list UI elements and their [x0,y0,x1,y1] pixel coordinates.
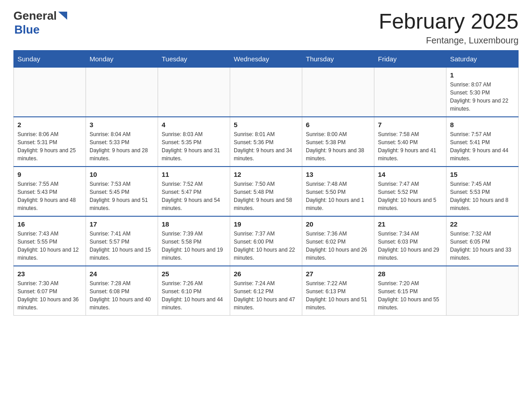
day-info: Sunrise: 7:41 AMSunset: 5:57 PMDaylight:… [90,230,154,262]
day-info: Sunrise: 7:24 AMSunset: 6:12 PMDaylight:… [234,279,298,312]
calendar-cell: 10Sunrise: 7:53 AMSunset: 5:45 PMDayligh… [86,167,158,216]
calendar-cell: 11Sunrise: 7:52 AMSunset: 5:47 PMDayligh… [158,167,230,216]
day-info: Sunrise: 7:47 AMSunset: 5:52 PMDaylight:… [378,180,442,212]
day-number: 14 [378,171,442,178]
day-number: 7 [378,121,442,128]
day-info: Sunrise: 7:28 AMSunset: 6:08 PMDaylight:… [90,279,154,312]
calendar-cell [86,68,158,117]
day-number: 15 [450,171,515,178]
day-info: Sunrise: 7:34 AMSunset: 6:03 PMDaylight:… [378,230,442,262]
day-info: Sunrise: 8:04 AMSunset: 5:33 PMDaylight:… [90,130,154,163]
calendar-cell: 16Sunrise: 7:43 AMSunset: 5:55 PMDayligh… [14,216,86,266]
calendar-cell [230,68,302,117]
day-info: Sunrise: 8:00 AMSunset: 5:38 PMDaylight:… [306,130,370,163]
calendar-cell: 1Sunrise: 8:07 AMSunset: 5:30 PMDaylight… [446,68,519,117]
day-info: Sunrise: 8:06 AMSunset: 5:31 PMDaylight:… [17,130,82,163]
calendar-cell: 24Sunrise: 7:28 AMSunset: 6:08 PMDayligh… [86,266,158,316]
day-number: 6 [306,121,370,128]
day-number: 27 [306,270,370,278]
day-info: Sunrise: 7:39 AMSunset: 5:58 PMDaylight:… [162,230,226,262]
calendar-cell: 21Sunrise: 7:34 AMSunset: 6:03 PMDayligh… [374,216,446,266]
calendar-cell: 26Sunrise: 7:24 AMSunset: 6:12 PMDayligh… [230,266,302,316]
calendar-header-tuesday: Tuesday [158,51,230,68]
day-number: 11 [162,171,226,178]
day-number: 20 [306,220,370,228]
day-number: 16 [17,220,82,228]
day-number: 12 [234,171,298,178]
day-number: 28 [378,270,442,278]
day-number: 22 [450,220,515,228]
calendar-cell: 2Sunrise: 8:06 AMSunset: 5:31 PMDaylight… [14,117,86,167]
calendar-cell: 20Sunrise: 7:36 AMSunset: 6:02 PMDayligh… [302,216,374,266]
calendar-cell: 6Sunrise: 8:00 AMSunset: 5:38 PMDaylight… [302,117,374,167]
calendar-cell: 15Sunrise: 7:45 AMSunset: 5:53 PMDayligh… [446,167,519,216]
calendar-table: SundayMondayTuesdayWednesdayThursdayFrid… [13,50,519,316]
calendar-header-monday: Monday [86,51,158,68]
calendar-header-thursday: Thursday [302,51,374,68]
day-info: Sunrise: 7:52 AMSunset: 5:47 PMDaylight:… [162,180,226,212]
day-info: Sunrise: 7:50 AMSunset: 5:48 PMDaylight:… [234,180,298,212]
calendar-week-row: 23Sunrise: 7:30 AMSunset: 6:07 PMDayligh… [14,266,519,316]
page-subtitle: Fentange, Luxembourg [379,35,519,46]
calendar-cell: 13Sunrise: 7:48 AMSunset: 5:50 PMDayligh… [302,167,374,216]
day-info: Sunrise: 8:03 AMSunset: 5:35 PMDaylight:… [162,130,226,163]
day-info: Sunrise: 7:30 AMSunset: 6:07 PMDaylight:… [17,279,82,312]
calendar-cell: 5Sunrise: 8:01 AMSunset: 5:36 PMDaylight… [230,117,302,167]
day-number: 8 [450,121,515,128]
calendar-header-friday: Friday [374,51,446,68]
day-number: 1 [450,71,515,79]
calendar-cell: 19Sunrise: 7:37 AMSunset: 6:00 PMDayligh… [230,216,302,266]
calendar-cell [374,68,446,117]
day-number: 23 [17,270,82,278]
calendar-cell: 14Sunrise: 7:47 AMSunset: 5:52 PMDayligh… [374,167,446,216]
day-info: Sunrise: 7:43 AMSunset: 5:55 PMDaylight:… [17,230,82,262]
calendar-week-row: 1Sunrise: 8:07 AMSunset: 5:30 PMDaylight… [14,68,519,117]
day-info: Sunrise: 7:36 AMSunset: 6:02 PMDaylight:… [306,230,370,262]
day-info: Sunrise: 8:07 AMSunset: 5:30 PMDaylight:… [450,81,515,113]
calendar-cell [158,68,230,117]
day-number: 10 [90,171,154,178]
day-number: 25 [162,270,226,278]
calendar-cell: 9Sunrise: 7:55 AMSunset: 5:43 PMDaylight… [14,167,86,216]
day-info: Sunrise: 7:48 AMSunset: 5:50 PMDaylight:… [306,180,370,212]
logo-general-text: General [13,9,57,23]
logo-blue-text: Blue [14,23,67,37]
day-number: 3 [90,121,154,128]
svg-marker-0 [58,12,67,20]
calendar-cell: 28Sunrise: 7:20 AMSunset: 6:15 PMDayligh… [374,266,446,316]
calendar-header-saturday: Saturday [446,51,519,68]
calendar-week-row: 9Sunrise: 7:55 AMSunset: 5:43 PMDaylight… [14,167,519,216]
day-info: Sunrise: 7:22 AMSunset: 6:13 PMDaylight:… [306,279,370,312]
day-number: 21 [378,220,442,228]
calendar-cell [446,266,519,316]
calendar-cell: 17Sunrise: 7:41 AMSunset: 5:57 PMDayligh… [86,216,158,266]
day-number: 17 [90,220,154,228]
calendar-header-row: SundayMondayTuesdayWednesdayThursdayFrid… [14,51,519,68]
calendar-cell [14,68,86,117]
calendar-cell: 12Sunrise: 7:50 AMSunset: 5:48 PMDayligh… [230,167,302,216]
day-info: Sunrise: 7:53 AMSunset: 5:45 PMDaylight:… [90,180,154,212]
day-info: Sunrise: 7:55 AMSunset: 5:43 PMDaylight:… [17,180,82,212]
day-number: 24 [90,270,154,278]
day-info: Sunrise: 8:01 AMSunset: 5:36 PMDaylight:… [234,130,298,163]
calendar-header-sunday: Sunday [14,51,86,68]
day-info: Sunrise: 7:58 AMSunset: 5:40 PMDaylight:… [378,130,442,163]
day-number: 5 [234,121,298,128]
day-number: 26 [234,270,298,278]
day-info: Sunrise: 7:32 AMSunset: 6:05 PMDaylight:… [450,230,515,262]
day-number: 4 [162,121,226,128]
day-info: Sunrise: 7:26 AMSunset: 6:10 PMDaylight:… [162,279,226,312]
title-section: February 2025 Fentange, Luxembourg [379,9,519,46]
calendar-cell: 23Sunrise: 7:30 AMSunset: 6:07 PMDayligh… [14,266,86,316]
calendar-week-row: 16Sunrise: 7:43 AMSunset: 5:55 PMDayligh… [14,216,519,266]
page-header: General Blue February 2025 Fentange, Lux… [13,9,519,46]
day-number: 2 [17,121,82,128]
calendar-cell: 8Sunrise: 7:57 AMSunset: 5:41 PMDaylight… [446,117,519,167]
day-number: 19 [234,220,298,228]
calendar-header-wednesday: Wednesday [230,51,302,68]
calendar-cell: 27Sunrise: 7:22 AMSunset: 6:13 PMDayligh… [302,266,374,316]
day-info: Sunrise: 7:37 AMSunset: 6:00 PMDaylight:… [234,230,298,262]
calendar-cell: 3Sunrise: 8:04 AMSunset: 5:33 PMDaylight… [86,117,158,167]
calendar-cell: 25Sunrise: 7:26 AMSunset: 6:10 PMDayligh… [158,266,230,316]
day-number: 9 [17,171,82,178]
